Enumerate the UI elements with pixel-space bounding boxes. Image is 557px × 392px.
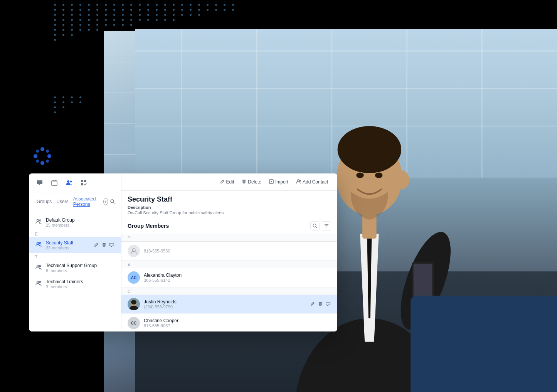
group-count-technical-trainers: 3 members — [46, 284, 115, 289]
tab-associated-persons[interactable]: Associated Persons — [72, 195, 101, 208]
nav-search-button[interactable] — [110, 198, 115, 205]
svg-point-51 — [39, 242, 41, 244]
group-name-technical-support: Technical Support Group — [46, 263, 115, 268]
svg-point-27 — [356, 172, 363, 178]
group-item-security[interactable]: Security Staff 23 members — [29, 237, 121, 253]
delete-label: Delete — [248, 179, 261, 185]
import-button[interactable]: Import — [266, 177, 291, 187]
svg-rect-37 — [52, 181, 57, 185]
main-content: Edit Delete Import — [121, 173, 337, 331]
tab-groups[interactable]: Groups — [35, 198, 53, 205]
svg-rect-34 — [414, 264, 432, 297]
table-header-hash: # — [128, 235, 134, 240]
group-detail-title: Security Staff — [128, 195, 331, 204]
table-header-row: # — [121, 234, 337, 242]
group-icon-technical-support — [35, 264, 42, 272]
svg-point-54 — [37, 281, 39, 283]
group-name-technical-trainers: Technical Trainers — [46, 279, 115, 284]
edit-button[interactable]: Edit — [217, 177, 237, 187]
member-avatar-alexandra: AC — [128, 271, 140, 284]
member-info-christine: Christine Cooper 813-555-9067 — [144, 318, 331, 328]
member-phone-alexandra: 386-555-6142 — [144, 278, 331, 283]
group-icon-default — [35, 218, 42, 227]
member-name-christine: Christine Cooper — [144, 318, 331, 323]
group-icon-technical-trainers — [35, 280, 42, 288]
member-avatar-0 — [128, 245, 140, 257]
svg-rect-45 — [81, 183, 83, 185]
message-member-icon[interactable] — [325, 301, 331, 308]
add-contact-label: Add Contact — [303, 179, 328, 185]
delete-button[interactable]: Delete — [239, 177, 264, 187]
member-info-alexandra: Alexandra Clayton 386-555-6142 — [144, 273, 331, 283]
members-filter-button[interactable] — [322, 221, 331, 230]
chat-icon[interactable] — [35, 178, 44, 187]
tab-users[interactable]: Users — [55, 198, 70, 205]
svg-point-48 — [37, 220, 39, 222]
ui-panel: Groups Users Associated Persons + — [29, 173, 337, 331]
members-header: Group Members — [121, 218, 337, 234]
svg-rect-44 — [84, 180, 86, 182]
svg-point-60 — [313, 224, 316, 227]
edit-group-icon[interactable] — [93, 242, 99, 248]
members-search-button[interactable] — [310, 221, 320, 230]
users-icon[interactable] — [64, 178, 74, 187]
member-phone-justin: (234) 555-9750 — [144, 305, 306, 309]
svg-point-52 — [37, 265, 39, 267]
member-info-0: 813-555-3550 — [144, 249, 331, 253]
svg-point-6 — [36, 160, 39, 163]
members-controls — [310, 221, 331, 230]
svg-point-46 — [111, 200, 114, 203]
group-count-security: 23 members — [46, 246, 89, 250]
group-info-default: Default Group 25 members — [46, 217, 115, 227]
group-item-technical-trainers[interactable]: Technical Trainers 3 members — [29, 276, 121, 292]
description-label: Description — [128, 205, 331, 210]
svg-point-2 — [34, 154, 37, 158]
dark-accent-shape — [411, 296, 557, 392]
svg-point-50 — [37, 242, 39, 244]
member-item-christine[interactable]: CC Christine Cooper 813-555-9067 — [121, 314, 337, 331]
sidebar-icon-bar — [29, 173, 121, 192]
member-avatar-justin — [128, 298, 140, 310]
delete-group-icon[interactable] — [101, 242, 107, 248]
tasks-icon[interactable] — [79, 178, 88, 187]
svg-point-3 — [47, 154, 51, 158]
svg-point-53 — [39, 265, 41, 267]
member-info-justin: Justin Reynolds (234) 555-9750 — [144, 299, 306, 309]
group-item-default[interactable]: Default Group 25 members — [29, 214, 121, 230]
svg-point-1 — [40, 161, 44, 165]
main-toolbar: Edit Delete Import — [121, 173, 337, 191]
description-text: On-Call Security Staff Group for public … — [128, 210, 331, 215]
add-contact-button[interactable]: Add Contact — [293, 177, 331, 187]
svg-point-49 — [39, 220, 41, 221]
calendar-icon[interactable] — [50, 178, 59, 187]
svg-point-25 — [343, 145, 395, 173]
member-item-justin[interactable]: Justin Reynolds (234) 555-9750 — [121, 295, 337, 314]
member-item-0[interactable]: 813-555-3550 — [121, 242, 337, 261]
member-name-justin: Justin Reynolds — [144, 299, 306, 305]
svg-point-28 — [375, 172, 382, 178]
delete-member-icon[interactable] — [317, 301, 323, 308]
group-count-default: 25 members — [46, 223, 115, 227]
member-phone-christine: 813-555-9067 — [144, 323, 331, 328]
message-group-icon[interactable] — [109, 242, 115, 248]
group-list: Default Group 25 members E Securit — [29, 211, 121, 331]
svg-point-5 — [46, 150, 49, 153]
edit-label: Edit — [226, 179, 234, 185]
svg-point-0 — [40, 147, 44, 151]
group-icon-security — [35, 241, 42, 249]
svg-point-65 — [129, 306, 138, 310]
nav-add-button[interactable]: + — [103, 198, 108, 205]
brand-logo — [31, 145, 54, 168]
members-list: # 813-555-3550 A AC A — [121, 234, 337, 331]
edit-member-icon[interactable] — [310, 301, 316, 308]
svg-line-61 — [316, 227, 317, 228]
edit-icon — [220, 179, 225, 185]
group-item-technical-support[interactable]: Technical Support Group 8 members — [29, 260, 121, 276]
group-detail-header: Security Staff Description On-Call Secur… — [121, 191, 337, 218]
member-phone-0: 813-555-3550 — [144, 249, 331, 253]
import-label: Import — [275, 179, 288, 185]
section-label-t: T — [29, 253, 121, 260]
group-name-security: Security Staff — [46, 240, 89, 246]
svg-point-26 — [395, 171, 409, 190]
member-item-alexandra[interactable]: AC Alexandra Clayton 386-555-6142 — [121, 268, 337, 287]
